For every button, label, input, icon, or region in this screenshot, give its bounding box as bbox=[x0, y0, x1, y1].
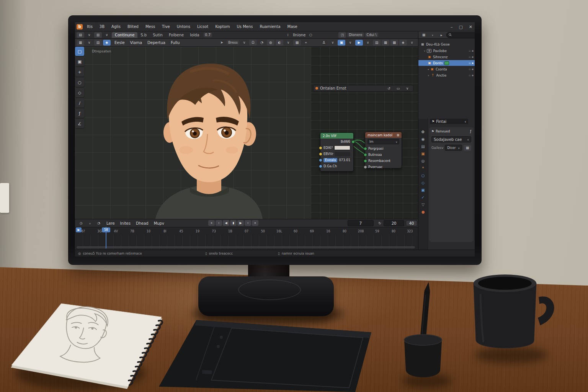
menu-item[interactable]: Licsot bbox=[194, 23, 212, 30]
ruler-start-chip[interactable]: ▶ bbox=[76, 227, 82, 232]
playback-button[interactable]: ▶ bbox=[237, 220, 244, 226]
properties-breadcrumb[interactable]: ⚑ Fintai ∨ bbox=[430, 119, 468, 124]
playhead-chip[interactable]: 58 bbox=[102, 227, 110, 232]
shading-icon[interactable]: ◐ bbox=[276, 40, 283, 46]
expander-icon[interactable]: ◂ bbox=[428, 68, 429, 70]
menu-item[interactable]: Mess bbox=[142, 23, 158, 30]
properties-tab-icon[interactable]: ▣ bbox=[421, 152, 425, 156]
color-socket[interactable] bbox=[319, 146, 322, 150]
selected-field[interactable]: Eveala bbox=[323, 158, 337, 162]
maximize-button[interactable]: ▢ bbox=[459, 24, 462, 29]
timeline-menu-item[interactable]: Lere bbox=[104, 220, 118, 226]
workspace-tab[interactable]: Iolda bbox=[187, 32, 202, 38]
output-node-title[interactable]: maincam kadol ▥ bbox=[365, 132, 402, 138]
proportional-edit-icon[interactable]: ◔ bbox=[258, 40, 266, 46]
properties-tab-icon[interactable]: ● bbox=[421, 210, 425, 214]
hide-viewport-icon[interactable]: ▫ bbox=[469, 56, 471, 59]
hide-render-icon[interactable]: ▪ bbox=[472, 62, 474, 65]
editor-type-selector-icon[interactable]: ▦ bbox=[77, 40, 84, 46]
tablet-button[interactable] bbox=[220, 336, 223, 339]
workspace-tab[interactable]: Continune bbox=[112, 32, 137, 38]
target-dropdown[interactable]: lm ∨ bbox=[368, 139, 399, 144]
orientation-dropdown[interactable]: Bress bbox=[227, 40, 239, 45]
clock-icon[interactable]: ◷ bbox=[77, 220, 85, 226]
tool-button[interactable]: ○ bbox=[75, 78, 84, 87]
pose-icon[interactable]: ⟟ bbox=[284, 32, 292, 38]
bell-icon[interactable]: Δ bbox=[320, 40, 328, 46]
properties-tab-icon[interactable]: ▽ bbox=[421, 203, 425, 207]
blue-socket[interactable] bbox=[319, 165, 322, 168]
hide-render-icon[interactable]: ▪ bbox=[472, 56, 474, 59]
properties-tab-icon[interactable]: ✓ bbox=[421, 196, 425, 199]
timeline-menu-item[interactable]: Inites bbox=[118, 220, 133, 226]
snap-icon[interactable]: ▤ bbox=[373, 40, 381, 46]
input-socket[interactable] bbox=[364, 153, 367, 157]
start-frame-field[interactable]: 20 bbox=[384, 220, 404, 226]
hide-render-icon[interactable]: ▪ bbox=[472, 49, 474, 52]
properties-tab-icon[interactable]: ▣ bbox=[421, 188, 425, 192]
app-logo-icon[interactable]: b bbox=[77, 24, 83, 29]
tool-button[interactable]: ƒ bbox=[75, 109, 84, 118]
tool-select[interactable]: SodaJaveb cae ∨ bbox=[431, 136, 471, 142]
properties-tab-icon[interactable]: ○ bbox=[421, 174, 425, 178]
texture-icon[interactable]: ▩ bbox=[464, 145, 471, 151]
mode-label[interactable]: Ilnione bbox=[293, 33, 305, 37]
color-swatch[interactable] bbox=[334, 145, 350, 150]
chevron-down-icon[interactable]: ∨ bbox=[85, 32, 93, 38]
hide-viewport-icon[interactable]: ▫ bbox=[469, 74, 471, 77]
chevron-down-icon[interactable]: ∨ bbox=[408, 40, 416, 46]
viewport-menu-item[interactable]: Fullu bbox=[168, 40, 182, 46]
field-dropdown[interactable]: Dicer ∨ bbox=[445, 145, 462, 151]
mode-selector-icon[interactable]: ▥ bbox=[94, 32, 102, 38]
viewport-menu-item[interactable]: Viama bbox=[127, 40, 145, 46]
outliner-tree-icon[interactable]: ▦ bbox=[420, 32, 428, 38]
menu-item[interactable]: Aglis bbox=[108, 23, 124, 30]
view-layer-selector[interactable]: Cdui \ bbox=[365, 33, 378, 37]
image-icon[interactable]: ▩ bbox=[390, 40, 398, 46]
chevron-down-icon[interactable]: ∨ bbox=[103, 32, 111, 38]
timeline-menu-item[interactable]: Dhead bbox=[133, 220, 151, 226]
menu-item[interactable]: Untons bbox=[173, 23, 194, 30]
menu-item[interactable]: Ruamienta bbox=[256, 23, 284, 30]
menu-item[interactable]: Koptom bbox=[212, 23, 233, 30]
circle-icon[interactable]: ◔ bbox=[95, 220, 103, 226]
chevron-down-icon[interactable]: ∨ bbox=[86, 220, 94, 226]
circle-icon[interactable]: ○ bbox=[307, 32, 314, 38]
tool-button[interactable]: ◇ bbox=[75, 88, 84, 97]
tablet-button[interactable] bbox=[202, 370, 212, 374]
properties-tab-icon[interactable]: * bbox=[422, 167, 424, 170]
hide-viewport-icon[interactable]: ▫ bbox=[469, 68, 471, 71]
scene-selector[interactable]: Dionere bbox=[347, 33, 364, 37]
menu-item[interactable]: Blited bbox=[124, 23, 142, 30]
menu-item[interactable]: Tive bbox=[158, 23, 173, 30]
character-3d-model[interactable] bbox=[132, 57, 278, 219]
chevron-down-icon[interactable]: ∨ bbox=[429, 32, 436, 38]
tool-button[interactable]: ▣ bbox=[75, 57, 84, 66]
render-preview-icon[interactable]: ▩ bbox=[293, 40, 301, 46]
value-field[interactable] bbox=[335, 152, 350, 156]
properties-tab-icon[interactable]: ◇ bbox=[421, 181, 425, 185]
playback-button[interactable]: › bbox=[245, 220, 251, 226]
playback-button[interactable]: ‹ bbox=[216, 220, 222, 226]
menu-item[interactable]: Itis bbox=[83, 23, 96, 30]
output-socket[interactable] bbox=[351, 140, 355, 144]
tablet-button[interactable] bbox=[217, 345, 220, 348]
timeline-ruler[interactable]: 6?3G4V7B108I4519731B075016L6069168020859… bbox=[75, 227, 418, 235]
chevron-down-icon[interactable]: ∨ bbox=[85, 40, 93, 46]
workspace-tab[interactable]: Folbene bbox=[166, 32, 187, 38]
hide-viewport-icon[interactable]: ▫ bbox=[469, 62, 471, 65]
material-output-node[interactable]: maincam kadol ▥ lm ∨ Porgrpasi Butnoaa R… bbox=[365, 132, 402, 168]
editor-type-icon[interactable]: ▤ bbox=[77, 32, 84, 38]
shader-node-editor[interactable]: Ontalan Ernst ↺ ▭ ∨ 2.0n VIIf BdW6 EDI6? bbox=[311, 47, 418, 219]
end-frame-field[interactable]: 40 bbox=[406, 220, 417, 226]
hide-render-icon[interactable]: ▪ bbox=[472, 74, 474, 77]
menu-item[interactable]: 3B bbox=[96, 23, 108, 30]
expand-icon[interactable]: ▶ bbox=[438, 32, 445, 38]
viewport-menu-item[interactable]: Eesle bbox=[112, 40, 127, 46]
bsdf-node-title[interactable]: 2.0n VIIf bbox=[320, 133, 353, 139]
workspace-tab[interactable]: Sutin bbox=[150, 32, 166, 38]
playback-button[interactable]: » bbox=[252, 220, 258, 226]
refresh-icon[interactable]: ↻ bbox=[376, 220, 384, 226]
input-socket[interactable] bbox=[364, 165, 367, 169]
workspace-tab[interactable]: S.b bbox=[137, 32, 150, 38]
